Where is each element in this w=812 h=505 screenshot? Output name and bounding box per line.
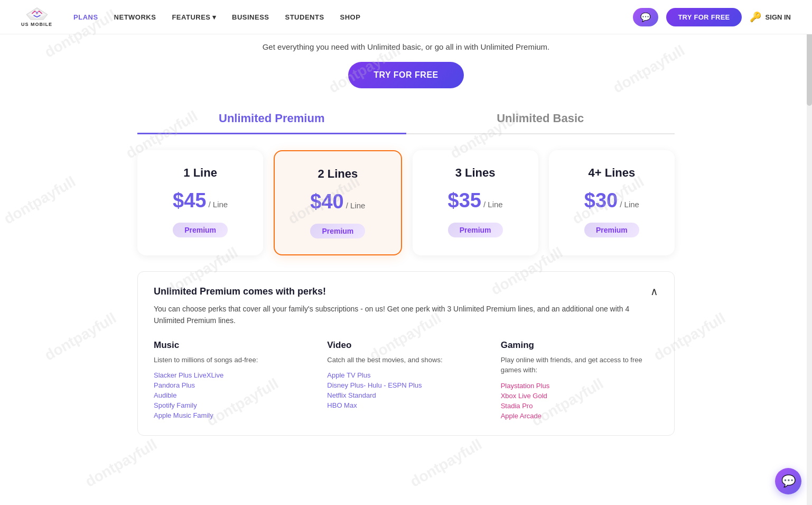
perk-gaming: Gaming Play online with friends, and get… [501, 340, 658, 422]
plan-3lines-price-container: $35 / Line [423, 189, 528, 212]
try-for-free-button[interactable]: TRY FOR FREE [666, 8, 741, 26]
nav-link-features[interactable]: FEATURES [172, 13, 216, 21]
plan-1line-price-container: $45 / Line [148, 189, 253, 212]
plan-1line-label: 1 Line [148, 166, 253, 180]
tab-unlimited-basic[interactable]: Unlimited Basic [406, 104, 675, 134]
watermark-text: dontpayfull [407, 436, 485, 452]
perk-video: Video Catch all the best movies, and sho… [327, 340, 484, 422]
hero-try-free-button[interactable]: TRY FOR FREE [348, 62, 463, 88]
perk-link-netflix[interactable]: Netflix Standard [327, 391, 484, 399]
perks-description: You can choose perks that cover all your… [154, 303, 658, 327]
plan-cards: 1 Line $45 / Line Premium 2 Lines $40 / … [0, 134, 812, 271]
chevron-down-icon [212, 13, 217, 21]
nav-links: PLANS NETWORKS FEATURES BUSINESS STUDENT… [73, 13, 633, 21]
nav-link-business[interactable]: BUSINESS [232, 13, 269, 21]
logo[interactable]: US MOBILE [21, 7, 52, 27]
perk-music-desc: Listen to millions of songs ad-free: [154, 355, 311, 365]
nav-link-students[interactable]: STUDENTS [285, 13, 324, 21]
plan-card-2lines[interactable]: 2 Lines $40 / Line Premium [274, 150, 402, 255]
plan-2lines-label: 2 Lines [285, 167, 390, 181]
plan-3lines-label: 3 Lines [423, 166, 528, 180]
perks-collapse-button[interactable]: ∧ [650, 285, 658, 298]
perk-link-audible[interactable]: Audible [154, 391, 311, 399]
plan-card-3lines[interactable]: 3 Lines $35 / Line Premium [413, 150, 538, 255]
logo-label: US MOBILE [21, 22, 52, 27]
perk-link-apple-arcade[interactable]: Apple Arcade [501, 412, 658, 420]
hero-cta: TRY FOR FREE [0, 51, 812, 104]
plan-tabs: Unlimited Premium Unlimited Basic [137, 104, 675, 134]
perk-gaming-title: Gaming [501, 340, 658, 351]
perk-link-pandora[interactable]: Pandora Plus [154, 381, 311, 389]
hero-subtitle: Get everything you need with Unlimited b… [0, 34, 812, 51]
perk-music: Music Listen to millions of songs ad-fre… [154, 340, 311, 422]
watermark-text: dontpayfull [42, 309, 119, 364]
plan-2lines-unit: / Line [346, 201, 366, 210]
plan-4lines-label: 4+ Lines [559, 166, 664, 180]
perk-link-apple-tv[interactable]: Apple TV Plus [327, 371, 484, 379]
hero-subtitle-text: Get everything you need with Unlimited b… [263, 42, 550, 51]
plan-2lines-badge: Premium [310, 224, 365, 238]
plan-2lines-price-container: $40 / Line [285, 190, 390, 213]
perk-link-apple-music[interactable]: Apple Music Family [154, 411, 311, 419]
nav-link-networks[interactable]: NETWORKS [114, 13, 156, 21]
chat-button[interactable]: 💬 [633, 8, 658, 26]
nav-link-shop[interactable]: SHOP [340, 13, 361, 21]
plan-1line-badge: Premium [173, 223, 228, 237]
perks-header: Unlimited Premium comes with perks! ∧ [154, 285, 658, 298]
perk-link-spotify[interactable]: Spotify Family [154, 401, 311, 409]
perk-link-slacker[interactable]: Slacker Plus LiveXLive [154, 371, 311, 379]
sign-in-icon: 🔑 [750, 11, 761, 23]
nav-link-plans[interactable]: PLANS [73, 13, 98, 21]
features-label: FEATURES [172, 13, 210, 21]
sign-in-label: SIGN IN [766, 13, 791, 21]
plan-3lines-unit: / Line [483, 200, 503, 209]
sign-in-button[interactable]: 🔑 SIGN IN [750, 11, 791, 23]
scrollbar-track [807, 0, 812, 452]
perk-link-disney[interactable]: Disney Plus- Hulu - ESPN Plus [327, 381, 484, 389]
plan-1line-unit: / Line [208, 200, 228, 209]
plan-3lines-badge: Premium [448, 223, 503, 237]
chat-icon: 💬 [640, 12, 651, 22]
plan-4lines-price-container: $30 / Line [559, 189, 664, 212]
perk-link-playstation[interactable]: Playstation Plus [501, 382, 658, 390]
perk-video-title: Video [327, 340, 484, 351]
plan-4lines-badge: Premium [584, 223, 639, 237]
perk-link-hbo[interactable]: HBO Max [327, 401, 484, 409]
plan-3lines-amount: $35 [448, 189, 481, 212]
navbar: US MOBILE PLANS NETWORKS FEATURES BUSINE… [0, 0, 812, 34]
watermark-text: dontpayfull [82, 436, 160, 452]
plan-2lines-amount: $40 [310, 190, 343, 213]
tab-unlimited-premium[interactable]: Unlimited Premium [137, 104, 406, 134]
plan-card-4lines[interactable]: 4+ Lines $30 / Line Premium [549, 150, 675, 255]
plan-1line-amount: $45 [173, 189, 206, 212]
perk-link-stadia[interactable]: Stadia Pro [501, 402, 658, 410]
perks-categories: Music Listen to millions of songs ad-fre… [154, 340, 658, 422]
logo-icon [24, 7, 50, 22]
perks-title: Unlimited Premium comes with perks! [154, 286, 326, 297]
perks-section: Unlimited Premium comes with perks! ∧ Yo… [137, 271, 675, 436]
perk-gaming-desc: Play online with friends, and get access… [501, 355, 658, 375]
perk-video-desc: Catch all the best movies, and shows: [327, 355, 484, 365]
plan-card-1line[interactable]: 1 Line $45 / Line Premium [137, 150, 263, 255]
plan-4lines-amount: $30 [584, 189, 618, 212]
nav-right: 💬 TRY FOR FREE 🔑 SIGN IN [633, 8, 791, 26]
perk-link-xbox[interactable]: Xbox Live Gold [501, 392, 658, 400]
perk-music-title: Music [154, 340, 311, 351]
plan-4lines-unit: / Line [620, 200, 639, 209]
